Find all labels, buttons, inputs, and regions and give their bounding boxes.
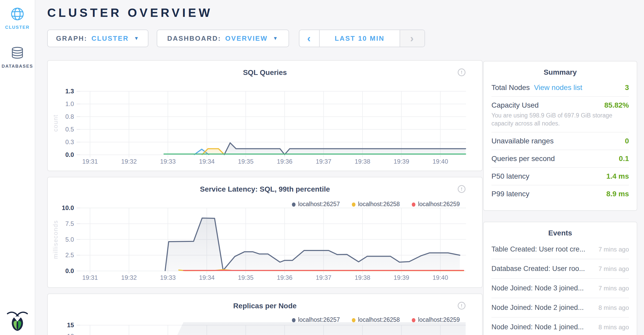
event-row[interactable]: Node Joined: Node 2 joined...8 mins ago <box>491 298 629 318</box>
globe-icon <box>10 7 25 21</box>
sidebar-item-label: DATABASES <box>0 64 35 69</box>
summary-row-value: 8.9 ms <box>606 190 629 198</box>
summary-row: P99 latency8.9 ms <box>491 185 629 203</box>
svg-text:0.8: 0.8 <box>65 113 74 120</box>
event-row[interactable]: Node Joined: Node 3 joined...7 mins ago <box>491 279 629 298</box>
dashboard-dropdown-label: DASHBOARD: <box>167 34 221 43</box>
legend-dot-icon <box>352 318 355 322</box>
event-text: Node Joined: Node 1 joined... <box>491 323 584 331</box>
summary-row: Capacity Used85.82%You are using 598.9 G… <box>491 97 629 132</box>
legend-dot-icon <box>352 203 355 207</box>
event-text: Database Created: User roo... <box>491 265 585 273</box>
event-text: Node Joined: Node 3 joined... <box>491 284 584 292</box>
dashboard-dropdown[interactable]: DASHBOARD: OVERVIEW ▼ <box>157 30 289 47</box>
event-row[interactable]: Node Joined: Node 1 joined...8 mins ago <box>491 318 629 335</box>
svg-text:19:40: 19:40 <box>433 158 448 165</box>
events-panel: Events Table Created: User root cre...7 … <box>483 222 637 335</box>
chart-legend: localhost:26257localhost:26258localhost:… <box>292 316 460 323</box>
legend-item[interactable]: localhost:26257 <box>292 201 340 208</box>
svg-text:19:31: 19:31 <box>82 158 98 165</box>
svg-text:19:40: 19:40 <box>433 274 448 281</box>
legend-item[interactable]: localhost:26259 <box>412 316 460 323</box>
dashboard-dropdown-value: OVERVIEW <box>225 34 268 43</box>
legend-item[interactable]: localhost:26259 <box>412 201 460 208</box>
summary-row-label: Capacity Used <box>491 101 539 109</box>
svg-text:10.0: 10.0 <box>62 204 74 211</box>
sidebar-item-databases[interactable]: DATABASES <box>0 46 35 69</box>
svg-text:19:38: 19:38 <box>355 158 370 165</box>
summary-row-label: P99 latency <box>491 190 529 198</box>
summary-row: Total NodesView nodes list3 <box>491 79 629 97</box>
replicas-per-node-chart-card: 1510 Replicas per Node ! localhost:26257… <box>47 294 483 335</box>
chevron-right-icon: › <box>410 33 414 44</box>
svg-text:0.0: 0.0 <box>65 267 74 274</box>
database-icon <box>10 46 25 60</box>
summary-row: Queries per second0.1 <box>491 150 629 168</box>
svg-text:0.3: 0.3 <box>65 138 74 145</box>
summary-row-value: 1.4 ms <box>606 172 629 180</box>
legend-dot-icon <box>412 318 415 322</box>
legend-label: localhost:26257 <box>298 316 340 323</box>
cockroach-bug-icon <box>6 310 29 331</box>
sidebar-item-cluster[interactable]: CLUSTER <box>0 7 35 30</box>
time-range-prev-button[interactable]: ‹ <box>299 30 320 47</box>
legend-item[interactable]: localhost:26258 <box>352 201 400 208</box>
event-time: 8 mins ago <box>599 324 629 331</box>
events-title: Events <box>484 222 637 240</box>
summary-panel: Summary Total NodesView nodes list3Capac… <box>483 61 637 211</box>
legend-label: localhost:26258 <box>358 316 400 323</box>
legend-item[interactable]: localhost:26257 <box>292 316 340 323</box>
sql-queries-chart[interactable]: 19:3119:3219:3319:3419:3519:3619:3719:38… <box>48 61 483 171</box>
graph-dropdown-value: CLUSTER <box>91 34 129 43</box>
svg-text:0.0: 0.0 <box>65 151 74 158</box>
graph-dropdown-label: GRAPH: <box>56 34 87 43</box>
svg-text:19:32: 19:32 <box>121 274 137 281</box>
svg-text:15: 15 <box>67 322 74 329</box>
summary-row-value: 3 <box>625 83 629 92</box>
event-text: Table Created: User root cre... <box>491 245 585 253</box>
legend-item[interactable]: localhost:26258 <box>352 316 400 323</box>
graph-dropdown[interactable]: GRAPH: CLUSTER ▼ <box>47 30 148 47</box>
replicas-per-node-chart[interactable]: 1510 <box>48 294 483 335</box>
chart-title: Service Latency: SQL, 99th percentile <box>48 185 482 193</box>
svg-text:19:33: 19:33 <box>160 158 176 165</box>
time-range-label[interactable]: LAST 10 MIN <box>320 30 400 47</box>
time-range-selector: ‹ LAST 10 MIN › <box>299 30 425 47</box>
svg-text:7.5: 7.5 <box>65 220 74 227</box>
event-row[interactable]: Table Created: User root cre...7 mins ag… <box>491 240 629 259</box>
svg-text:19:39: 19:39 <box>394 158 409 165</box>
svg-text:19:37: 19:37 <box>316 158 331 165</box>
info-icon[interactable]: ! <box>458 185 465 193</box>
sidebar: CLUSTER DATABASES <box>0 0 35 335</box>
summary-row-label: Unavailable ranges <box>491 137 554 145</box>
time-range-next-button[interactable]: › <box>400 30 424 47</box>
info-icon[interactable]: ! <box>458 68 465 76</box>
legend-dot-icon <box>292 203 296 207</box>
event-time: 7 mins ago <box>599 265 629 273</box>
page-title: CLUSTER OVERVIEW <box>47 6 213 20</box>
svg-text:1.3: 1.3 <box>65 88 74 95</box>
legend-dot-icon <box>292 318 296 322</box>
legend-label: localhost:26258 <box>358 201 400 207</box>
event-time: 7 mins ago <box>599 246 629 253</box>
event-text: Node Joined: Node 2 joined... <box>491 304 584 312</box>
info-icon[interactable]: ! <box>458 302 465 310</box>
summary-row-value: 0.1 <box>619 155 629 163</box>
summary-row: Unavailable ranges0 <box>491 132 629 150</box>
svg-text:count: count <box>52 114 59 131</box>
chart-title: Replicas per Node <box>48 302 482 310</box>
svg-text:10: 10 <box>67 333 74 335</box>
service-latency-chart[interactable]: 19:3119:3219:3319:3419:3519:3619:3719:38… <box>48 177 483 288</box>
legend-label: localhost:26259 <box>418 201 460 207</box>
chevron-left-icon: ‹ <box>307 33 311 44</box>
svg-text:19:36: 19:36 <box>277 274 292 281</box>
svg-text:19:35: 19:35 <box>238 158 254 165</box>
event-row[interactable]: Database Created: User roo...7 mins ago <box>491 259 629 279</box>
chart-legend: localhost:26257localhost:26258localhost:… <box>292 201 460 208</box>
svg-text:0.5: 0.5 <box>65 126 74 133</box>
svg-text:19:38: 19:38 <box>355 274 370 281</box>
svg-text:19:37: 19:37 <box>316 274 331 281</box>
svg-text:19:34: 19:34 <box>199 274 215 281</box>
view-nodes-list-link[interactable]: View nodes list <box>534 83 582 92</box>
svg-text:19:34: 19:34 <box>199 158 215 165</box>
